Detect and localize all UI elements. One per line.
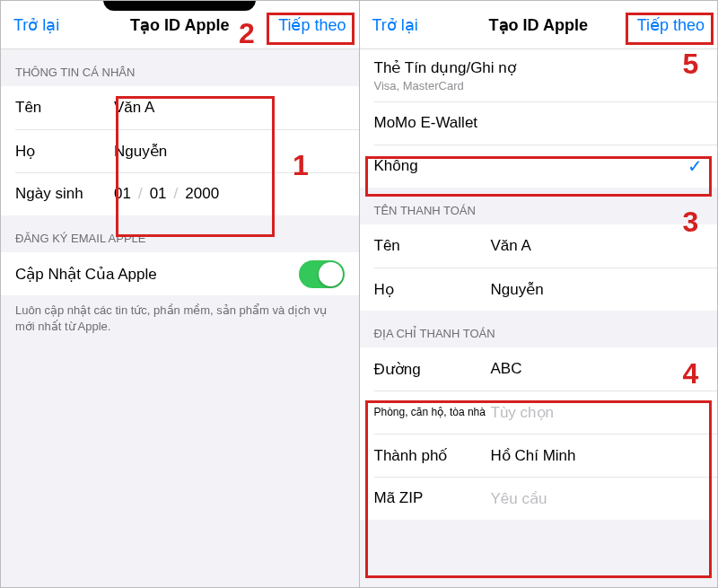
city-row[interactable]: Thành phố Hồ Chí Minh bbox=[360, 434, 718, 477]
payment-option-none[interactable]: Không ✓ bbox=[360, 145, 718, 188]
city-value[interactable]: Hồ Chí Minh bbox=[491, 446, 704, 465]
birthday-day[interactable]: 01 bbox=[114, 185, 131, 203]
apt-row[interactable]: Phòng, căn hộ, tòa nhà Tùy chọn bbox=[360, 391, 718, 434]
city-label: Thành phố bbox=[374, 446, 491, 465]
nav-bar-right: Trở lại Tạo ID Apple Tiếp theo bbox=[360, 1, 718, 49]
right-screenshot: Trở lại Tạo ID Apple Tiếp theo Thẻ Tín d… bbox=[360, 1, 718, 587]
payment-option-momo[interactable]: MoMo E-Wallet bbox=[360, 101, 718, 145]
last-name-label: Họ bbox=[15, 142, 114, 161]
next-button[interactable]: Tiếp theo bbox=[278, 15, 346, 35]
birthday-label: Ngày sinh bbox=[15, 185, 114, 203]
apt-placeholder[interactable]: Tùy chọn bbox=[491, 403, 704, 422]
zip-placeholder[interactable]: Yêu cầu bbox=[491, 489, 704, 508]
back-button[interactable]: Trở lại bbox=[13, 15, 59, 35]
next-button[interactable]: Tiếp theo bbox=[637, 15, 705, 35]
section-billing-address: ĐỊA CHỈ THANH TOÁN bbox=[360, 311, 718, 347]
billing-address-group: Đường ABC Phòng, căn hộ, tòa nhà Tùy chọ… bbox=[360, 347, 718, 520]
billing-last-name-value[interactable]: Nguyễn bbox=[491, 280, 704, 299]
billing-first-name-value[interactable]: Văn A bbox=[491, 237, 704, 255]
billing-last-name-row[interactable]: Họ Nguyễn bbox=[360, 268, 718, 311]
birthday-value[interactable]: 01 / 01 / 2000 bbox=[114, 185, 219, 203]
billing-last-name-label: Họ bbox=[374, 280, 491, 299]
zip-row[interactable]: Mã ZIP Yêu cầu bbox=[360, 477, 718, 520]
left-screenshot: Trở lại Tạo ID Apple Tiếp theo THÔNG TIN… bbox=[1, 1, 360, 587]
apt-label: Phòng, căn hộ, tòa nhà bbox=[374, 406, 491, 418]
payment-card-title: Thẻ Tín dụng/Ghi nợ bbox=[374, 58, 704, 77]
birthday-row[interactable]: Ngày sinh 01 / 01 / 2000 bbox=[1, 172, 359, 215]
payment-momo-title: MoMo E-Wallet bbox=[374, 114, 704, 132]
date-separator: / bbox=[174, 185, 179, 203]
section-personal-info: THÔNG TIN CÁ NHÂN bbox=[1, 49, 359, 86]
billing-name-group: Tên Văn A Họ Nguyễn bbox=[360, 224, 718, 311]
first-name-label: Tên bbox=[15, 99, 114, 117]
section-email-register: ĐĂNG KÝ EMAIL APPLE bbox=[1, 215, 359, 252]
payment-none-title: Không bbox=[374, 157, 704, 175]
apple-updates-label: Cập Nhật Của Apple bbox=[15, 265, 157, 284]
section-billing-name: TÊN THANH TOÁN bbox=[360, 188, 718, 224]
birthday-year[interactable]: 2000 bbox=[185, 185, 219, 203]
street-label: Đường bbox=[374, 360, 491, 379]
last-name-value[interactable]: Nguyễn bbox=[114, 142, 345, 161]
apple-updates-footer: Luôn cập nhật các tin tức, phần mềm, sản… bbox=[1, 295, 359, 334]
payment-method-group: Thẻ Tín dụng/Ghi nợ Visa, MasterCard MoM… bbox=[360, 49, 718, 188]
personal-info-group: Tên Văn A Họ Nguyễn Ngày sinh 01 / 01 / … bbox=[1, 86, 359, 215]
billing-first-name-label: Tên bbox=[374, 237, 491, 255]
street-value[interactable]: ABC bbox=[491, 360, 704, 378]
zip-label: Mã ZIP bbox=[374, 489, 491, 507]
first-name-value[interactable]: Văn A bbox=[114, 99, 345, 117]
checkmark-icon: ✓ bbox=[687, 155, 703, 177]
first-name-row[interactable]: Tên Văn A bbox=[1, 86, 359, 129]
phone-notch bbox=[103, 0, 256, 11]
payment-option-card[interactable]: Thẻ Tín dụng/Ghi nợ Visa, MasterCard bbox=[360, 49, 718, 101]
payment-card-sub: Visa, MasterCard bbox=[374, 79, 704, 92]
billing-first-name-row[interactable]: Tên Văn A bbox=[360, 224, 718, 268]
back-button[interactable]: Trở lại bbox=[372, 15, 418, 35]
birthday-month[interactable]: 01 bbox=[150, 185, 167, 203]
apple-updates-toggle[interactable] bbox=[299, 260, 345, 288]
street-row[interactable]: Đường ABC bbox=[360, 347, 718, 391]
date-separator: / bbox=[138, 185, 143, 203]
last-name-row[interactable]: Họ Nguyễn bbox=[1, 129, 359, 172]
apple-updates-row[interactable]: Cập Nhật Của Apple bbox=[1, 252, 359, 295]
